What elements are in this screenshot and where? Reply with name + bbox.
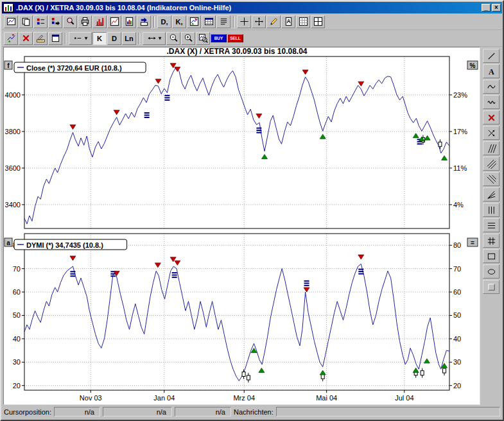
trendline-tool[interactable] [483, 49, 500, 63]
performance-chart-button[interactable] [107, 15, 121, 28]
table-button[interactable] [202, 15, 216, 28]
grid-lines-tool[interactable] [483, 234, 500, 248]
draw-button[interactable] [266, 15, 281, 28]
layout-button[interactable] [311, 15, 325, 28]
edit-drawing-button[interactable] [33, 32, 48, 45]
chart-canvas[interactable]: .DAX (X) / XETRA 30.09.03 bis 10.08.0440… [4, 47, 480, 404]
window-button[interactable] [48, 32, 62, 45]
text-note-button[interactable]: A [281, 15, 295, 28]
delete-button[interactable] [19, 32, 33, 45]
y-axis-label: 40 [13, 335, 21, 343]
toolbar-separator [139, 33, 140, 44]
curve-tool[interactable] [483, 80, 500, 94]
zoom-in-button[interactable] [181, 32, 195, 45]
export-button[interactable] [137, 15, 151, 28]
fan-lines-tool[interactable] [483, 187, 500, 202]
freehand-tool[interactable] [483, 95, 500, 109]
delete-drawing-tool[interactable] [483, 110, 500, 125]
zoom-range-button[interactable] [196, 32, 210, 45]
svg-text:Close (*) 3720,64 EUR (10.8.): Close (*) 3720,64 EUR (10.8.) [26, 64, 122, 72]
panel-tool[interactable] [483, 280, 500, 294]
y-axis-right-label: 17% [453, 128, 467, 135]
dropdown-caret-icon: ▾ [85, 36, 87, 41]
quote-list-button[interactable] [33, 15, 48, 28]
candle-chart-button[interactable]: K [92, 32, 107, 45]
signal-chart-button[interactable] [187, 15, 201, 28]
rectangle-tool[interactable] [483, 249, 500, 263]
svg-text:DYMI (*) 34,7435 (10.8.): DYMI (*) 34,7435 (10.8.) [26, 241, 103, 249]
quotes-arrow-icon [51, 17, 60, 26]
red-x-icon [21, 33, 31, 43]
signals-toggle-button[interactable] [4, 32, 18, 45]
hatch-steep-icon [487, 144, 496, 153]
histogram-button[interactable] [92, 15, 107, 28]
cursor-price-field: n/a [103, 407, 172, 417]
x-axis-label: Nov 03 [80, 394, 102, 402]
cursor-x-field: n/a [54, 407, 100, 417]
pencil-ruler-icon [36, 33, 46, 43]
text-tool[interactable]: A [483, 64, 500, 78]
sell-signal-button[interactable]: SELL [227, 34, 243, 42]
titlebar[interactable]: .DAX (X) / XETRA 30.09.03 bis 10.08.04 (… [2, 2, 502, 13]
quote-export-button[interactable] [48, 15, 62, 28]
y-axis-label: 50 [13, 311, 21, 319]
log-scale-button[interactable]: Ln [122, 32, 136, 45]
daily-chart-button[interactable]: D [107, 32, 121, 45]
zoom-out-button[interactable] [166, 32, 180, 45]
y-axis-label: 3800 [5, 128, 21, 135]
crosshair-button[interactable] [237, 15, 251, 28]
hatch-diag-icon [487, 159, 496, 169]
buy-signal-button-label: BUY [214, 36, 223, 40]
toolbar-separator [153, 16, 155, 28]
dymi-left-scale-button[interactable]: a [4, 238, 12, 246]
x-axis-label: Mai 04 [316, 394, 337, 402]
main-toolbar: D,K,A [2, 13, 502, 30]
search-button[interactable] [63, 15, 77, 28]
ellipse-icon [487, 267, 496, 277]
crossed-lines-tool[interactable] [483, 126, 500, 140]
position-marker [256, 130, 261, 131]
daily-data-button[interactable]: D, [157, 15, 171, 28]
buy-signal-button[interactable]: BUY [211, 34, 227, 42]
square-3d-icon [487, 282, 496, 292]
price-right-scale-button[interactable]: % [467, 61, 478, 69]
list-button[interactable] [216, 15, 230, 28]
svg-text:=: = [471, 239, 474, 246]
y-axis-label: 3600 [5, 164, 21, 172]
status-bar: Cursorposition: n/a n/a n/a Nachrichten: [2, 406, 502, 418]
ellipse-tool[interactable] [483, 264, 500, 279]
copy-icon [21, 17, 31, 26]
hatch-back-tool[interactable] [483, 172, 500, 186]
new-chart-button[interactable] [4, 15, 18, 28]
minimize-button[interactable]: _ [482, 4, 491, 12]
horizontal-lines-tool[interactable] [483, 218, 500, 232]
grid-button[interactable] [296, 15, 310, 28]
scale-mode-dropdown[interactable]: ▾ [143, 32, 166, 45]
y-axis-label: 70 [13, 265, 21, 273]
position-marker [172, 272, 177, 273]
kurs-data-button[interactable]: K, [172, 15, 186, 28]
vertical-lines-tool[interactable] [483, 203, 500, 217]
wave2-icon [487, 98, 496, 107]
pencil-icon [269, 17, 279, 26]
position-marker [172, 277, 177, 278]
position-marker [172, 275, 177, 276]
copy-button[interactable] [19, 15, 33, 28]
kurs-data-button-label: K, [176, 18, 183, 26]
price-left-scale-button[interactable]: f [4, 61, 12, 69]
svg-text:A: A [489, 67, 494, 76]
move-button[interactable] [252, 15, 266, 28]
line-style-dropdown[interactable]: ▾ [69, 32, 92, 45]
close-button[interactable]: × [492, 4, 501, 12]
zoom-chart-icon [198, 33, 208, 43]
dymi-right-scale-button[interactable]: = [467, 238, 478, 246]
main-area: .DAX (X) / XETRA 30.09.03 bis 10.08.0440… [2, 47, 502, 405]
magnifier-pink-icon [65, 17, 75, 26]
x-axis-label: Jan 04 [153, 394, 175, 402]
print-button[interactable] [78, 15, 92, 28]
chart-report-button[interactable] [122, 15, 136, 28]
hatch-steep-tool[interactable] [483, 141, 500, 155]
vlines-icon [487, 205, 496, 215]
chart-panel[interactable]: .DAX (X) / XETRA 30.09.03 bis 10.08.0440… [3, 47, 480, 405]
hatch-diagonal-tool[interactable] [483, 157, 500, 171]
